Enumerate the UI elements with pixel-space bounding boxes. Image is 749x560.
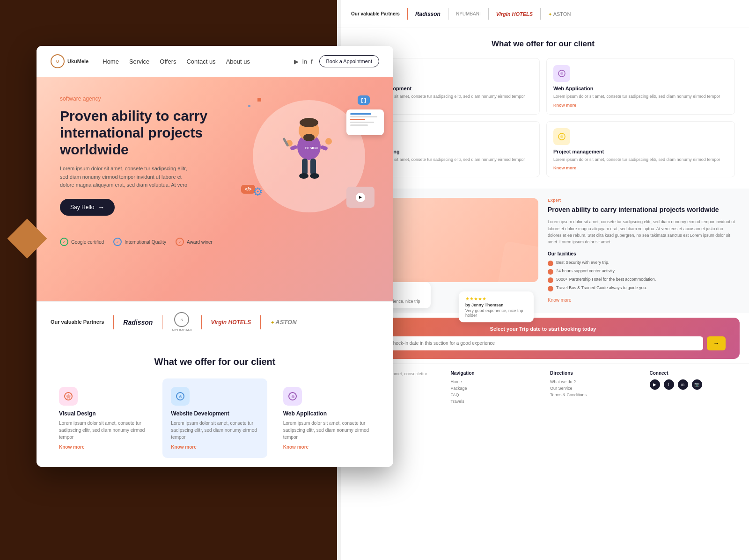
website-dev-title: Website Development — [171, 410, 258, 417]
facebook-icon[interactable]: f — [311, 58, 313, 65]
booking-title: Select your Trip date to start booking t… — [360, 326, 726, 332]
partner-nyumbani-logo: N — [174, 312, 189, 327]
right-offer-project-mgmt: Project management Lorem ipsum dolor sit… — [546, 121, 735, 178]
nav-offers[interactable]: Offers — [160, 58, 176, 65]
right-partner-div-3 — [488, 8, 489, 20]
hero-illustration: DESIGN — [239, 91, 379, 222]
partners-bar: Our valuable Partners Radisson N NYUMBAN… — [37, 301, 393, 342]
play-icon[interactable]: ▶ — [356, 193, 365, 202]
facility-item-4: Travel Bus & Trained Guide always to gui… — [548, 285, 735, 291]
footer-what-we-do-link[interactable]: What we do ? — [550, 379, 636, 384]
right-web-app-title: Web Application — [553, 86, 728, 91]
web-app-know-more[interactable]: Know more — [283, 444, 371, 450]
offer-card-visual-design: Visual Design Lorem ipsum dolor sit amet… — [51, 378, 155, 458]
svg-text:⊗: ⊗ — [179, 394, 183, 399]
offer-card-web-app: ⊗ Web Application Lorem ipsum dolor sit … — [275, 378, 379, 458]
footer-youtube-icon[interactable]: ▶ — [650, 379, 660, 390]
right-panel: Our valuable Partners Radisson NYUMBANI … — [337, 0, 749, 560]
right-web-app-icon — [553, 65, 570, 82]
footer-instagram-icon[interactable]: 📷 — [692, 379, 702, 390]
right-offers-grid: Website Development Lorem ipsum dolor si… — [351, 58, 735, 177]
footer-faq-link[interactable]: FAQ — [451, 393, 536, 397]
right-partner-radisson: Radisson — [415, 11, 441, 17]
gear-icon: ⚙ — [253, 185, 263, 198]
svg-rect-11 — [310, 159, 316, 175]
svg-point-26 — [560, 135, 563, 138]
partner-nyumbani-wrapper: N NYUMBANI — [172, 312, 191, 332]
partner-aston: ✦ ASTON — [270, 319, 296, 326]
footer-our-service-link[interactable]: Our Service — [550, 386, 636, 391]
facility-item-3: 5000+ Partnership Hotel for the best acc… — [548, 277, 735, 283]
right-offers-title: What we offer for our client — [351, 39, 735, 49]
right-project-mgmt-know-more[interactable]: Know more — [553, 166, 728, 170]
expert-label: Expert — [548, 198, 735, 203]
right-partner-virgin: Virgin HOTELS — [496, 11, 533, 17]
expert-know-more[interactable]: Know more — [548, 298, 572, 303]
badges-row: ✓ Google certified ✓ International Quali… — [37, 231, 393, 253]
right-partner-div-4 — [540, 8, 541, 20]
partner-divider-4 — [260, 315, 261, 329]
booking-search-button[interactable]: → — [707, 336, 726, 350]
nav-contact[interactable]: Contact us — [186, 58, 215, 65]
website-dev-desc: Lorem ipsum dolor sit amet, consete tur … — [171, 420, 258, 441]
svg-point-8 — [325, 138, 332, 145]
footer-terms-link[interactable]: Terms & Conditions — [550, 393, 636, 397]
web-app-title: Web Application — [283, 410, 371, 417]
nav-home[interactable]: Home — [103, 58, 119, 65]
nav-links: Home Service Offers Contact us About us — [103, 58, 294, 65]
footer-home-link[interactable]: Home — [451, 379, 536, 384]
right-partner-aston: ✦ ASTON — [548, 11, 571, 17]
booking-input-row: → — [360, 336, 726, 350]
expert-text: Expert Proven ability to carry internati… — [548, 198, 735, 304]
footer-facebook-icon[interactable]: f — [664, 379, 674, 390]
right-web-app-know-more[interactable]: Know more — [553, 103, 728, 108]
badge-award: ✓ Award winer — [176, 238, 213, 246]
main-website-card: U UkuMele Home Service Offers Contact us… — [37, 46, 393, 467]
svg-point-3 — [303, 134, 315, 141]
badge-google: ✓ Google certified — [60, 238, 104, 246]
navbar: U UkuMele Home Service Offers Contact us… — [37, 46, 393, 77]
say-hello-button[interactable]: Say Hello — [60, 199, 115, 216]
partner-divider-3 — [201, 315, 202, 329]
quality-check-icon: ✓ — [113, 238, 122, 246]
badge-quality-label: International Quality — [125, 240, 166, 245]
nav-service[interactable]: Service — [129, 58, 149, 65]
svg-point-22 — [560, 72, 563, 75]
svg-point-13 — [310, 173, 319, 179]
hero-tag: software agency — [60, 95, 239, 102]
partner-virgin: Virgin HOTELS — [211, 319, 251, 326]
right-project-mgmt-desc: Lorem ipsum dolor sit amet, consete tur … — [553, 157, 728, 163]
facility-dot-1 — [548, 261, 553, 266]
right-partner-div-2 — [448, 8, 448, 20]
footer-connect-title: Connect — [650, 371, 735, 376]
footer-package-link[interactable]: Package — [451, 386, 536, 391]
float-screen — [346, 109, 384, 135]
web-app-desc: Lorem ipsum dolor sit amet, consete tur … — [283, 420, 371, 441]
badge-google-label: Google certified — [71, 240, 104, 245]
footer-col-directions: Directions What we do ? Our Service Term… — [550, 371, 636, 406]
hero-section: software agency Proven ability to carry … — [37, 77, 393, 301]
social-icons: ▶ in f — [294, 58, 313, 65]
footer-travels-link[interactable]: Travels — [451, 399, 536, 404]
right-project-mgmt-title: Project management — [553, 149, 728, 154]
logo: U UkuMele — [51, 54, 88, 68]
book-appointment-button[interactable]: Book a Appointment — [319, 55, 379, 67]
footer-linkedin-icon[interactable]: in — [678, 379, 688, 390]
website-dev-know-more[interactable]: Know more — [171, 444, 258, 450]
nav-about[interactable]: About us — [226, 58, 250, 65]
web-app-icon: ⊗ — [283, 387, 302, 406]
booking-date-input[interactable] — [360, 336, 703, 350]
visual-design-know-more[interactable]: Know more — [59, 444, 147, 450]
youtube-icon[interactable]: ▶ — [294, 58, 299, 65]
nav-right: ▶ in f Book a Appointment — [294, 55, 379, 67]
badge-quality: ✓ International Quality — [113, 238, 166, 246]
visual-design-icon — [59, 387, 78, 406]
developer-figure: DESIGN — [276, 109, 342, 203]
facility-dot-2 — [548, 269, 553, 275]
right-offer-web-app: Web Application Lorem ipsum dolor sit am… — [546, 58, 735, 115]
footer-social-icons: ▶ f in 📷 — [650, 379, 735, 390]
right-partners-bar: Our valuable Partners Radisson NYUMBANI … — [337, 0, 749, 28]
review-card-2: ★★★★★ by Jenny Thomsan Very good experie… — [459, 291, 534, 322]
right-partner-nyumbani: NYUMBANI — [456, 11, 481, 16]
linkedin-icon[interactable]: in — [302, 58, 307, 65]
